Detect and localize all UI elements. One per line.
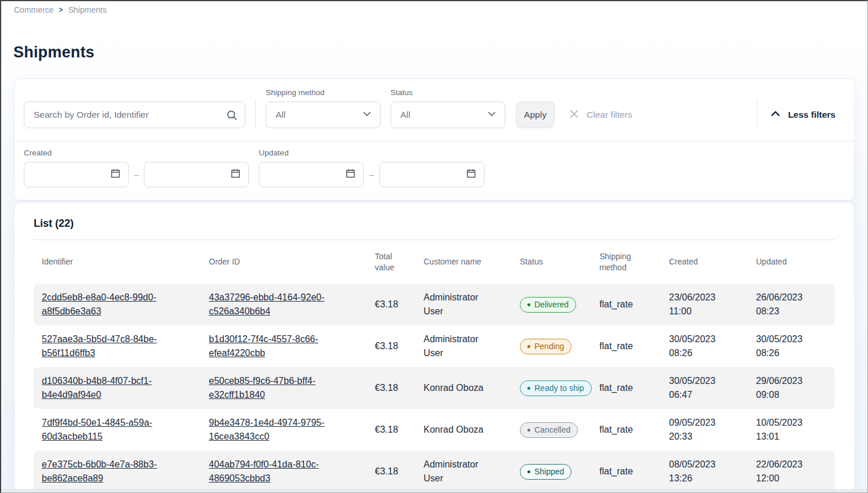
calendar-icon[interactable] [230, 168, 241, 182]
breadcrumb-commerce[interactable]: Commerce [14, 5, 53, 14]
shipping-method-cell: flat_rate [599, 425, 633, 434]
table-row: e7e375cb-6b0b-4e7a-88b3-be862ace8a89 404… [34, 451, 835, 492]
calendar-icon[interactable] [345, 168, 356, 182]
less-filters-toggle[interactable]: Less filters [770, 102, 836, 128]
column-header-created: Created [669, 256, 756, 267]
identifier-link[interactable]: d106340b-b4b8-4f07-bcf1-b4e4d9af94e0 [42, 374, 172, 402]
shipping-method-cell: flat_rate [599, 466, 633, 476]
status-badge: Ready to ship [520, 380, 592, 396]
divider [757, 99, 757, 128]
created-to-field [144, 162, 249, 187]
calendar-icon[interactable] [110, 168, 121, 182]
filters-panel: Shipping method All Status All [14, 78, 855, 201]
updated-cell: 26/06/2023 08:23 [756, 291, 814, 318]
created-label: Created [24, 148, 249, 157]
table-body: 2cdd5eb8-e8a0-4ec8-99d0-a8f5db6e3a63 43a… [34, 284, 835, 492]
column-header-updated: Updated [756, 256, 835, 267]
created-from-input[interactable] [32, 170, 102, 180]
x-icon [569, 108, 580, 122]
column-header-total-value: Total value [375, 251, 424, 273]
updated-cell: 22/06/2023 12:00 [756, 458, 814, 485]
total-value-cell: €3.18 [375, 341, 398, 351]
breadcrumb: Commerce > Shipments [1, 1, 867, 19]
column-header-status: Status [520, 256, 599, 267]
shipping-method-value: All [276, 110, 285, 120]
identifier-link[interactable]: e7e375cb-6b0b-4e7a-88b3-be862ace8a89 [42, 458, 172, 485]
customer-name-cell: Administrator User [424, 332, 489, 360]
divider [255, 99, 256, 128]
chevron-down-icon [487, 109, 497, 121]
order-id-link[interactable]: 404ab794-f0f0-41da-810c-4869053cbbd3 [209, 458, 335, 485]
range-separator: – [134, 169, 139, 179]
list-title: List (22) [34, 202, 835, 230]
customer-name-cell: Konrad Oboza [424, 381, 483, 395]
total-value-cell: €3.18 [375, 425, 398, 434]
table-row: 2cdd5eb8-e8a0-4ec8-99d0-a8f5db6e3a63 43a… [34, 284, 835, 325]
status-dot-icon [527, 387, 530, 390]
customer-name-cell: Konrad Oboza [424, 423, 483, 437]
apply-button[interactable]: Apply [516, 102, 555, 128]
status-dot-icon [527, 429, 530, 432]
clear-filters-label: Clear filters [587, 110, 632, 120]
search-input[interactable] [24, 102, 245, 128]
identifier-link[interactable]: 2cdd5eb8-e8a0-4ec8-99d0-a8f5db6e3a63 [42, 291, 172, 318]
updated-to-input[interactable] [388, 170, 458, 180]
status-label: Status [390, 88, 505, 97]
status-dot-icon [527, 470, 530, 473]
created-cell: 30/05/2023 06:47 [669, 374, 727, 402]
created-from-field [24, 162, 129, 187]
chevron-down-icon [362, 109, 372, 121]
chevron-up-icon [770, 108, 781, 122]
status-select[interactable]: All [390, 102, 505, 128]
window-bottom-edge [1, 490, 867, 492]
created-to-input[interactable] [153, 170, 222, 180]
page-title: Shipments [13, 19, 855, 61]
column-header-identifier: Identifier [42, 256, 209, 267]
updated-cell: 29/06/2023 09:08 [756, 374, 814, 402]
status-badge: Shipped [520, 464, 572, 480]
status-value: All [400, 110, 410, 120]
shipping-method-label: Shipping method [266, 88, 381, 97]
status-badge: Pending [520, 339, 572, 354]
breadcrumb-separator: > [59, 6, 63, 14]
updated-label: Updated [259, 148, 484, 157]
column-header-customer-name: Customer name [424, 256, 520, 267]
search-field [24, 102, 245, 128]
shipping-method-cell: flat_rate [599, 299, 633, 309]
status-badge: Cancelled [520, 422, 578, 438]
identifier-link[interactable]: 527aae3a-5b5d-47c8-84be-b56f11d6ffb3 [42, 332, 172, 360]
status-dot-icon [527, 303, 530, 306]
shipping-method-cell: flat_rate [599, 383, 633, 393]
created-cell: 23/06/2023 11:00 [669, 291, 727, 318]
shipping-method-select[interactable]: All [266, 102, 381, 128]
total-value-cell: €3.18 [375, 299, 398, 309]
status-dot-icon [527, 345, 530, 348]
updated-from-input[interactable] [267, 170, 337, 180]
order-id-link[interactable]: b1d30f12-7f4c-4557-8c66-efeaf4220cbb [209, 332, 335, 360]
less-filters-label: Less filters [788, 110, 836, 120]
table-row: d106340b-b4b8-4f07-bcf1-b4e4d9af94e0 e50… [34, 367, 835, 409]
order-id-link[interactable]: 9b4e3478-1e4d-4974-9795-16cea3843cc0 [209, 416, 335, 444]
status-label: Ready to ship [534, 383, 584, 393]
updated-from-field [259, 162, 364, 187]
total-value-cell: €3.18 [375, 383, 398, 393]
order-id-link[interactable]: 43a37296-ebbd-4164-92e0-c526a340b6b4 [209, 291, 335, 318]
order-id-link[interactable]: e50ceb85-f9c6-47b6-bff4-e32cff1b1840 [209, 374, 335, 402]
clear-filters-button[interactable]: Clear filters [569, 102, 632, 128]
status-label: Delivered [534, 300, 569, 309]
created-cell: 30/05/2023 08:26 [669, 332, 727, 360]
shipping-method-cell: flat_rate [599, 341, 633, 351]
created-cell: 08/05/2023 13:26 [669, 458, 727, 485]
total-value-cell: €3.18 [375, 466, 398, 476]
column-header-shipping-method: Shipping method [599, 251, 669, 273]
column-header-order-id: Order ID [209, 256, 375, 267]
identifier-link[interactable]: 7df9f4bd-50e1-4845-a59a-60d3acbeb115 [42, 416, 172, 444]
table-row: 527aae3a-5b5d-47c8-84be-b56f11d6ffb3 b1d… [34, 325, 835, 367]
created-cell: 09/05/2023 20:33 [669, 416, 727, 444]
shipments-list-panel: List (22) Identifier Order ID Total valu… [14, 202, 855, 493]
status-badge: Delivered [520, 297, 576, 313]
range-separator: – [369, 169, 374, 179]
updated-cell: 30/05/2023 08:26 [756, 332, 814, 360]
status-label: Cancelled [534, 425, 570, 434]
calendar-icon[interactable] [465, 168, 477, 182]
